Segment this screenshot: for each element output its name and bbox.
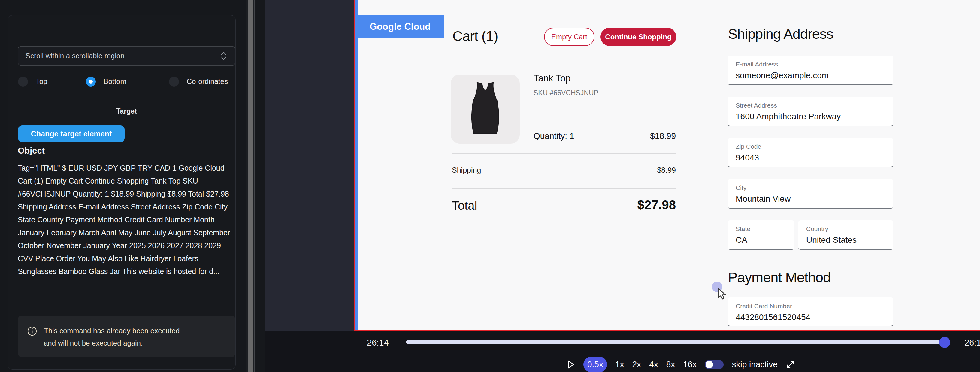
cart-title: Cart (1) xyxy=(452,28,498,44)
credit-card-field[interactable]: Credit Card Number 4432801561520454 xyxy=(728,297,893,326)
command-select-value: Scroll within a scrollable region xyxy=(25,52,124,60)
zip-field-value: 94043 xyxy=(736,153,893,163)
target-section-label: Target xyxy=(116,107,137,115)
shipping-price: $8.99 xyxy=(601,166,676,175)
object-description: Tag="HTML" $ EUR USD JPY GBP TRY CAD 1 G… xyxy=(18,162,236,278)
product-sku: SKU #66VCHSJNUP xyxy=(533,89,598,97)
speed-0-5x-button[interactable]: 0.5x xyxy=(583,357,607,372)
cart-divider xyxy=(452,64,676,64)
city-field-value: Mountain View xyxy=(736,194,893,204)
scroll-position-radio-group: Top Bottom Co-ordinates xyxy=(18,75,235,88)
command-select[interactable]: Scroll within a scrollable region xyxy=(18,46,235,65)
skip-inactive-toggle[interactable] xyxy=(705,360,724,369)
info-icon xyxy=(27,326,37,336)
total-price: $27.98 xyxy=(586,198,676,212)
info-banner: This command has already been executed a… xyxy=(18,316,235,357)
product-name: Tank Top xyxy=(533,73,571,84)
expand-icon xyxy=(786,360,795,369)
replay-gutter xyxy=(265,0,354,331)
product-price: $18.99 xyxy=(601,131,676,141)
cart-divider xyxy=(452,153,676,154)
radio-top[interactable] xyxy=(18,77,28,86)
credit-card-label: Credit Card Number xyxy=(736,303,893,310)
timeline-thumb[interactable] xyxy=(939,337,950,348)
replayed-webpage: Google Cloud Cart (1) Empty Cart Continu… xyxy=(358,0,980,330)
target-section-divider: Target xyxy=(18,107,235,116)
fullscreen-button[interactable] xyxy=(786,360,795,369)
change-target-button[interactable]: Change target element xyxy=(18,125,125,142)
tank-top-photo xyxy=(461,80,509,137)
divider-line xyxy=(143,111,235,112)
speed-2x-button[interactable]: 2x xyxy=(632,360,641,369)
total-time: 26:1 xyxy=(964,338,980,348)
country-field-label: Country xyxy=(806,225,893,233)
product-image-tank-top xyxy=(451,75,520,144)
sidebar: Scroll within a scrollable region Top Bo… xyxy=(0,0,265,372)
select-updown-icon xyxy=(220,51,228,61)
info-banner-text: This command has already been executed a… xyxy=(44,324,191,349)
radio-top-label: Top xyxy=(36,77,48,86)
credit-card-value: 4432801561520454 xyxy=(736,313,893,322)
radio-bottom[interactable] xyxy=(86,77,96,86)
state-field-value: CA xyxy=(736,235,794,245)
toggle-knob xyxy=(706,361,713,369)
city-field[interactable]: City Mountain View xyxy=(728,179,893,209)
command-panel: Scroll within a scrollable region Top Bo… xyxy=(8,15,236,370)
city-field-label: City xyxy=(736,184,893,192)
radio-coordinates[interactable] xyxy=(169,77,179,86)
object-heading: Object xyxy=(18,146,45,156)
skip-inactive-label: skip inactive xyxy=(732,360,778,369)
play-icon xyxy=(566,359,575,370)
zip-field[interactable]: Zip Code 94043 xyxy=(728,138,893,168)
radio-bottom-label: Bottom xyxy=(103,77,126,86)
screen: Scroll within a scrollable region Top Bo… xyxy=(0,0,980,372)
google-cloud-highlight-badge[interactable]: Google Cloud xyxy=(358,15,444,38)
state-field[interactable]: State CA xyxy=(728,220,794,250)
empty-cart-button[interactable]: Empty Cart xyxy=(544,28,595,46)
shipping-address-heading: Shipping Address xyxy=(728,26,833,42)
zip-field-label: Zip Code xyxy=(736,143,893,150)
timeline-slider[interactable] xyxy=(406,340,940,344)
speed-1x-button[interactable]: 1x xyxy=(615,360,624,369)
player-controls: 0.5x 1x 2x 4x 8x 16x skip inactive xyxy=(566,357,795,372)
current-time: 26:14 xyxy=(367,338,389,348)
mouse-cursor-icon xyxy=(716,287,728,300)
radio-coordinates-label: Co-ordinates xyxy=(187,77,228,86)
divider-line xyxy=(18,111,110,112)
total-label: Total xyxy=(452,199,477,212)
country-field[interactable]: Country United States xyxy=(799,220,893,250)
email-field-value: someone@example.com xyxy=(736,70,893,80)
shipping-label: Shipping xyxy=(452,166,481,175)
street-field-value: 1600 Amphitheatre Parkway xyxy=(736,112,893,121)
street-field[interactable]: Street Address 1600 Amphitheatre Parkway xyxy=(728,97,893,126)
speed-8x-button[interactable]: 8x xyxy=(666,360,675,369)
continue-shopping-button[interactable]: Continue Shopping xyxy=(600,28,676,46)
cart-divider xyxy=(452,188,676,189)
play-button[interactable] xyxy=(566,359,575,370)
state-field-label: State xyxy=(736,225,794,233)
speed-4x-button[interactable]: 4x xyxy=(649,360,658,369)
scrollbar-thumb[interactable] xyxy=(248,0,253,372)
country-field-value: United States xyxy=(806,235,893,245)
sidebar-scrollbar[interactable] xyxy=(246,0,255,372)
email-field-label: E-mail Address xyxy=(736,61,893,68)
street-field-label: Street Address xyxy=(736,102,893,109)
speed-16x-button[interactable]: 16x xyxy=(683,360,697,369)
payment-method-heading: Payment Method xyxy=(728,269,830,286)
product-quantity: Quantity: 1 xyxy=(533,131,574,141)
email-field[interactable]: E-mail Address someone@example.com xyxy=(728,56,893,85)
page-left-highlight-bar xyxy=(355,0,358,330)
